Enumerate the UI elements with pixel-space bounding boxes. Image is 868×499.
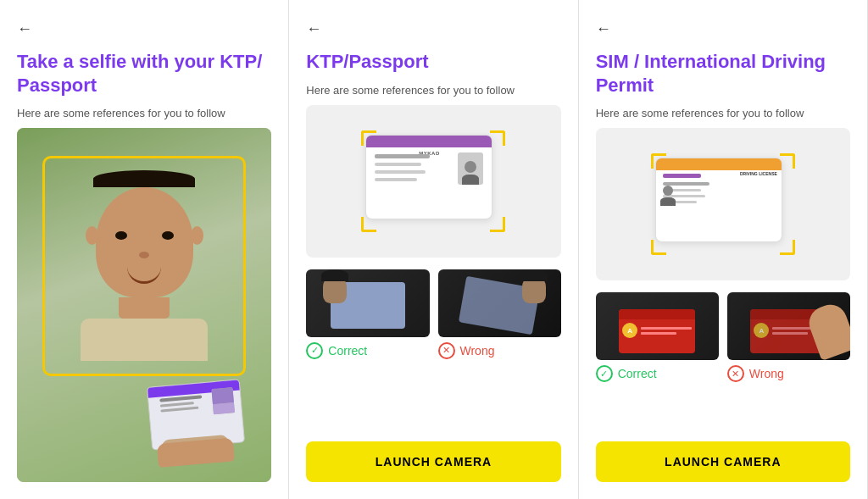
back-button-sim[interactable]: ← xyxy=(596,20,850,38)
ktp-examples-row: ✓ Correct ✕ Wrong xyxy=(306,269,560,359)
ktp-wrong-example: ✕ Wrong xyxy=(438,269,561,359)
ktp-card-header xyxy=(366,136,492,147)
sim-corner-tr xyxy=(780,153,795,169)
sim-correct-example: A ✓ Correct xyxy=(596,292,719,382)
selfie-preview xyxy=(17,128,271,482)
ktp-person-head xyxy=(465,161,476,173)
ktp-card-lines xyxy=(375,154,430,186)
sim-examples-row: A ✓ Correct A xyxy=(596,292,850,382)
sim-corner-bl xyxy=(651,240,666,255)
x-icon-sim: ✕ xyxy=(727,365,744,382)
ktp-wrong-image xyxy=(438,269,561,337)
ktp-card-person xyxy=(458,152,483,185)
check-icon-sim: ✓ xyxy=(596,365,613,382)
sim-launch-button[interactable]: LAUNCH CAMERA xyxy=(596,441,850,482)
sim-card-header xyxy=(656,158,782,170)
sim-person-body xyxy=(660,197,676,206)
sim-wrong-label: ✕ Wrong xyxy=(727,365,850,382)
sim-correct-text: Correct xyxy=(618,367,657,380)
ktp-preview-area: MYKAD xyxy=(306,105,560,258)
sim-correct-label: ✓ Correct xyxy=(596,365,719,382)
face-hair xyxy=(93,170,195,187)
sim-card-person xyxy=(656,176,680,206)
sim-card-photo-slot xyxy=(656,176,680,206)
ktp-correct-label: ✓ Correct xyxy=(306,342,429,359)
sim-title: SIM / International Driving Permit xyxy=(596,50,850,97)
sim-subtitle: Here are some references for you to foll… xyxy=(596,107,850,119)
sim-wrong-example: A ✕ Wrong xyxy=(727,292,850,382)
ktp-wrong-text: Wrong xyxy=(460,344,495,358)
sim-illustration: DRIVING LICENSE xyxy=(655,158,791,251)
ktp-person-body xyxy=(462,175,479,185)
shirt xyxy=(81,319,208,361)
ktp-illustration: MYKAD xyxy=(365,135,501,228)
sim-card-mock: DRIVING LICENSE xyxy=(655,158,782,242)
ktp-card-mock: MYKAD xyxy=(365,135,492,219)
ktp-correct-text: Correct xyxy=(328,344,367,358)
ktp-wrong-label: ✕ Wrong xyxy=(438,342,561,359)
ktp-correct-example: ✓ Correct xyxy=(306,269,429,359)
ktp-panel: ← KTP/Passport Here are some references … xyxy=(289,0,578,499)
corner-br xyxy=(490,217,505,232)
ktp-card-photo-slot xyxy=(458,152,483,185)
sim-wrong-text: Wrong xyxy=(749,367,784,380)
sim-preview-area: DRIVING LICENSE xyxy=(596,128,850,280)
corner-tr xyxy=(490,130,505,146)
sim-wrong-image: A xyxy=(727,292,850,360)
check-icon-ktp: ✓ xyxy=(306,342,323,359)
corner-bl xyxy=(361,217,376,232)
sim-correct-image: A xyxy=(596,292,719,360)
x-icon-ktp: ✕ xyxy=(438,342,455,359)
corner-tl xyxy=(361,130,376,146)
sim-person-head xyxy=(663,186,673,196)
neck xyxy=(119,297,170,319)
id-card-photo xyxy=(212,387,236,414)
id-card-in-hand xyxy=(147,380,245,451)
sim-corner-tl xyxy=(651,153,666,169)
sim-corner-br xyxy=(780,240,795,255)
selfie-panel: ← Take a selfie with your KTP/ Passport … xyxy=(0,0,289,499)
ktp-title: KTP/Passport xyxy=(306,50,560,74)
ktp-launch-button[interactable]: LAUNCH CAMERA xyxy=(306,441,560,482)
back-button-ktp[interactable]: ← xyxy=(306,20,560,38)
selfie-subtitle: Here are some references for you to foll… xyxy=(17,107,271,119)
ktp-correct-image xyxy=(306,269,429,337)
back-button-selfie[interactable]: ← xyxy=(17,20,271,38)
sim-panel: ← SIM / International Driving Permit Her… xyxy=(579,0,868,499)
face-oval xyxy=(96,187,193,297)
face-placeholder xyxy=(81,170,208,361)
selfie-title: Take a selfie with your KTP/ Passport xyxy=(17,50,271,97)
ktp-subtitle: Here are some references for you to foll… xyxy=(306,84,560,97)
